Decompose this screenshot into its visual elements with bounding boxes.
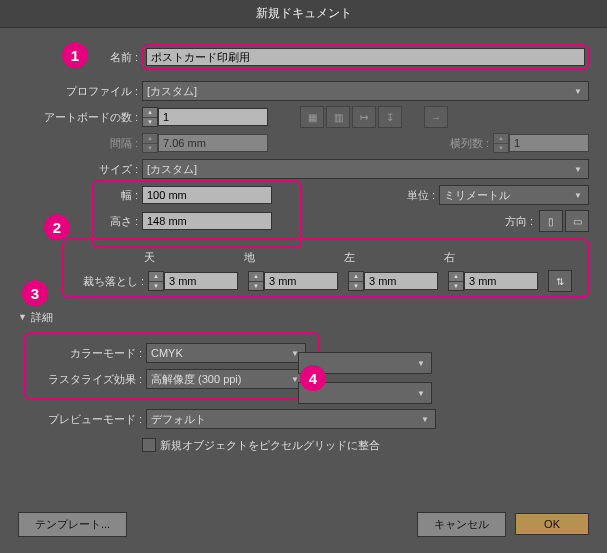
bleed-right-input[interactable] [464, 272, 538, 290]
arrange-row-icon: ↦ [352, 106, 376, 128]
template-button[interactable]: テンプレート... [18, 512, 127, 537]
raster-select[interactable]: 高解像度 (300 ppi) [146, 369, 306, 389]
dialog-title: 新規ドキュメント [0, 0, 607, 28]
artboards-input[interactable] [158, 108, 268, 126]
bleed-left-label: 左 [344, 250, 444, 265]
arrange-grid-row-icon: ▦ [300, 106, 324, 128]
bleed-left-input[interactable] [364, 272, 438, 290]
orientation-landscape-icon[interactable]: ▭ [565, 210, 589, 232]
colormode-select[interactable]: CMYK [146, 343, 306, 363]
spacing-label: 間隔 : [18, 136, 142, 151]
raster-label: ラスタライズ効果 : [32, 372, 146, 387]
align-pixel-label: 新規オブジェクトをピクセルグリッドに整合 [160, 438, 380, 453]
units-label: 単位 : [407, 188, 439, 203]
arrange-col-icon: ↧ [378, 106, 402, 128]
cancel-button[interactable]: キャンセル [417, 512, 506, 537]
columns-input [509, 134, 589, 152]
name-input[interactable] [146, 48, 585, 66]
units-select[interactable]: ミリメートル [439, 185, 589, 205]
arrange-grid-col-icon: ▥ [326, 106, 350, 128]
columns-stepper: ▲▼ [493, 133, 509, 153]
width-label: 幅 : [18, 188, 142, 203]
new-document-dialog: 新規ドキュメント 1 名前 : プロファイル : [カスタム] アートボードの数… [0, 0, 607, 553]
bleed-top-label: 天 [144, 250, 244, 265]
advanced-disclosure-icon[interactable]: ▼ [18, 312, 27, 322]
ok-button[interactable]: OK [515, 513, 589, 535]
artboards-stepper[interactable]: ▲▼ [142, 107, 158, 127]
bleed-left-stepper[interactable]: ▲▼ [348, 271, 364, 291]
height-label: 高さ : [18, 214, 142, 229]
orientation-portrait-icon[interactable]: ▯ [539, 210, 563, 232]
preview-label: プレビューモード : [18, 412, 146, 427]
height-input[interactable] [142, 212, 272, 230]
orientation-label: 方向 : [505, 214, 537, 229]
bleed-top-input[interactable] [164, 272, 238, 290]
arrange-rtl-icon: → [424, 106, 448, 128]
artboards-label: アートボードの数 : [18, 110, 142, 125]
align-pixel-checkbox[interactable] [142, 438, 156, 452]
annotation-badge-1: 1 [62, 42, 88, 68]
bleed-bottom-label: 地 [244, 250, 344, 265]
size-select[interactable]: [カスタム] [142, 159, 589, 179]
link-bleed-icon[interactable]: ⇅ [548, 270, 572, 292]
bleed-right-label: 右 [444, 250, 544, 265]
profile-select[interactable]: [カスタム] [142, 81, 589, 101]
bleed-bottom-stepper[interactable]: ▲▼ [248, 271, 264, 291]
profile-label: プロファイル : [18, 84, 142, 99]
advanced-label: 詳細 [31, 310, 53, 325]
spacing-stepper: ▲▼ [142, 133, 158, 153]
width-input[interactable] [142, 186, 272, 204]
columns-label: 横列数 : [450, 136, 493, 151]
bleed-right-stepper[interactable]: ▲▼ [448, 271, 464, 291]
bleed-bottom-input[interactable] [264, 272, 338, 290]
bleed-top-stepper[interactable]: ▲▼ [148, 271, 164, 291]
size-label: サイズ : [18, 162, 142, 177]
spacing-input [158, 134, 268, 152]
bleed-label: 裁ち落とし : [70, 274, 148, 289]
annotation-badge-4: 4 [300, 365, 326, 391]
annotation-badge-2: 2 [44, 214, 70, 240]
annotation-badge-3: 3 [22, 280, 48, 306]
preview-select[interactable]: デフォルト [146, 409, 436, 429]
colormode-label: カラーモード : [32, 346, 146, 361]
